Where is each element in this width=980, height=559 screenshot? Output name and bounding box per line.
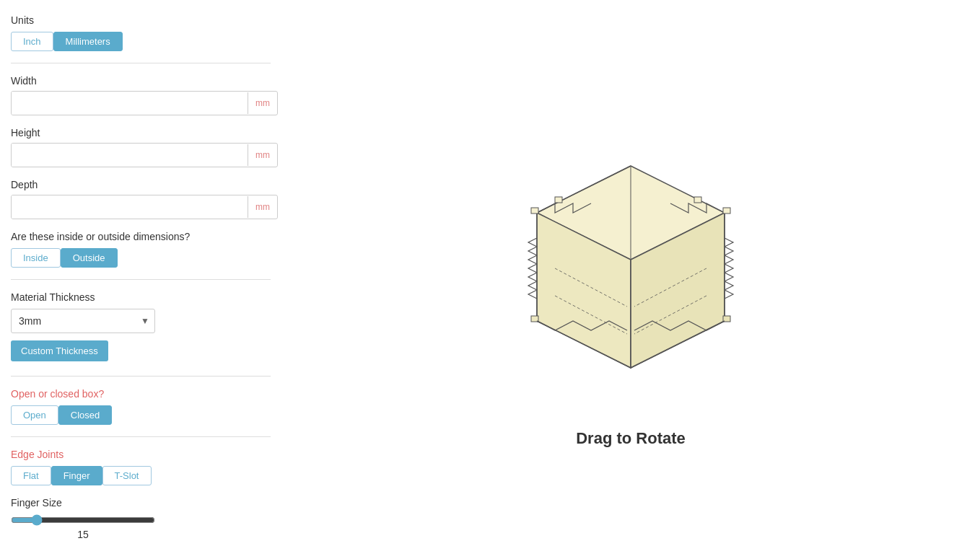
width-label: Width bbox=[11, 75, 271, 87]
divider-1 bbox=[11, 63, 271, 63]
box-3d-svg bbox=[515, 144, 746, 397]
svg-rect-12 bbox=[555, 197, 562, 203]
height-label: Height bbox=[11, 127, 271, 138]
depth-input-row: 50 mm bbox=[11, 195, 278, 219]
height-section: Height 50 mm bbox=[11, 127, 271, 167]
inside-btn[interactable]: Inside bbox=[11, 248, 61, 268]
svg-rect-14 bbox=[694, 197, 701, 203]
closed-btn[interactable]: Closed bbox=[58, 405, 112, 425]
finger-size-value: 15 bbox=[11, 529, 155, 540]
svg-rect-11 bbox=[531, 208, 538, 214]
divider-3 bbox=[11, 376, 271, 377]
units-mm-btn[interactable]: Millimeters bbox=[53, 32, 123, 51]
drag-to-rotate-label: Drag to Rotate bbox=[576, 429, 686, 448]
dimensions-question: Are these inside or outside dimensions? bbox=[11, 231, 271, 242]
height-unit: mm bbox=[248, 144, 277, 166]
svg-rect-13 bbox=[723, 208, 730, 214]
divider-2 bbox=[11, 279, 271, 280]
edge-joints-toggle-group: Flat Finger T-Slot bbox=[11, 466, 271, 485]
dimensions-section: Are these inside or outside dimensions? … bbox=[11, 231, 271, 268]
depth-label: Depth bbox=[11, 179, 271, 190]
box-3d-container[interactable] bbox=[486, 119, 775, 422]
units-label: Units bbox=[11, 14, 271, 26]
units-inch-btn[interactable]: Inch bbox=[11, 32, 53, 51]
depth-input[interactable]: 50 bbox=[12, 195, 248, 219]
finger-size-label: Finger Size bbox=[11, 497, 271, 509]
dimensions-toggle-group: Inside Outside bbox=[11, 248, 271, 268]
material-thickness-select[interactable]: 1mm 2mm 3mm 4mm 5mm 6mm 9mm 12mm bbox=[11, 309, 155, 333]
open-closed-section: Open or closed box? Open Closed bbox=[11, 388, 271, 425]
outside-btn[interactable]: Outside bbox=[61, 248, 118, 268]
custom-thickness-button[interactable]: Custom Thickness bbox=[11, 340, 108, 361]
finger-size-slider-container: 15 bbox=[11, 514, 271, 540]
divider-4 bbox=[11, 436, 271, 437]
left-panel: Units Inch Millimeters Width 50 mm Heigh… bbox=[0, 0, 281, 559]
width-input-row: 50 mm bbox=[11, 91, 278, 115]
units-section: Units Inch Millimeters bbox=[11, 14, 271, 51]
depth-section: Depth 50 mm bbox=[11, 179, 271, 219]
material-thickness-section: Material Thickness 1mm 2mm 3mm 4mm 5mm 6… bbox=[11, 291, 271, 364]
flat-btn[interactable]: Flat bbox=[11, 466, 51, 485]
finger-size-section: Finger Size 15 bbox=[11, 497, 271, 540]
height-input-row: 50 mm bbox=[11, 143, 278, 167]
depth-unit: mm bbox=[248, 196, 277, 218]
open-btn[interactable]: Open bbox=[11, 405, 58, 425]
finger-size-slider[interactable] bbox=[11, 514, 155, 526]
material-thickness-label: Material Thickness bbox=[11, 291, 271, 303]
width-input[interactable]: 50 bbox=[12, 92, 248, 115]
finger-btn[interactable]: Finger bbox=[51, 466, 102, 485]
width-unit: mm bbox=[248, 92, 277, 114]
edge-joints-label: Edge Joints bbox=[11, 449, 271, 460]
material-thickness-select-wrapper: 1mm 2mm 3mm 4mm 5mm 6mm 9mm 12mm ▼ bbox=[11, 309, 155, 333]
height-input[interactable]: 50 bbox=[12, 144, 248, 167]
open-closed-toggle-group: Open Closed bbox=[11, 405, 271, 425]
units-toggle-group: Inch Millimeters bbox=[11, 32, 271, 51]
width-section: Width 50 mm bbox=[11, 75, 271, 115]
edge-joints-section: Edge Joints Flat Finger T-Slot bbox=[11, 449, 271, 485]
right-panel: Drag to Rotate bbox=[281, 0, 980, 559]
tslot-btn[interactable]: T-Slot bbox=[102, 466, 152, 485]
open-closed-question: Open or closed box? bbox=[11, 388, 271, 400]
